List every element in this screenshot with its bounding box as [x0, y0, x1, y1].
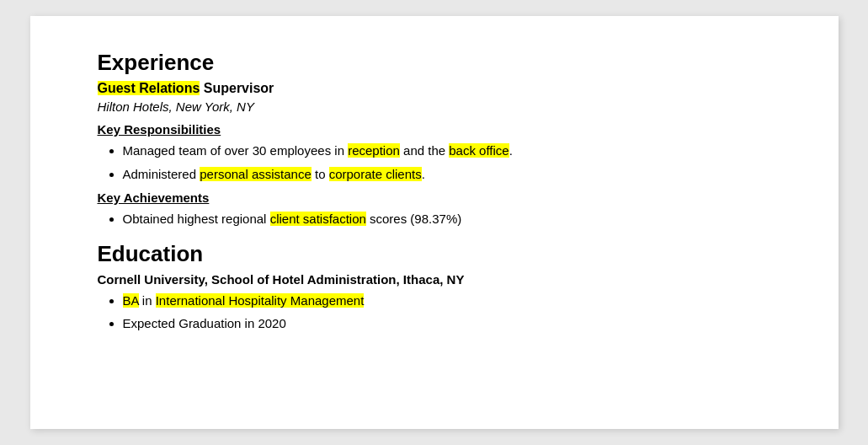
achievements-list: Obtained highest regional client satisfa…	[123, 210, 796, 229]
university-line: Cornell University, School of Hotel Admi…	[98, 272, 796, 287]
ach1-before: Obtained highest regional	[123, 212, 270, 226]
ach1-after: scores (98.37%)	[366, 212, 461, 226]
education-item-2: Expected Graduation in 2020	[123, 314, 796, 334]
resp2-after: .	[422, 167, 425, 181]
responsibility-1: Managed team of over 30 employees in rec…	[123, 142, 796, 161]
company-line: Hilton Hotels, New York, NY	[98, 99, 796, 114]
experience-section: Experience Guest Relations Supervisor Hi…	[98, 50, 796, 229]
achievement-1: Obtained highest regional client satisfa…	[123, 210, 796, 229]
job-title-highlight: Guest Relations	[98, 81, 200, 95]
resp1-after: .	[509, 143, 513, 158]
education-title: Education	[98, 241, 796, 267]
education-section: Education Cornell University, School of …	[98, 241, 796, 334]
resp2-highlight1: personal assistance	[200, 167, 312, 181]
resp2-highlight2: corporate clients	[329, 167, 422, 181]
job-title-rest: Supervisor	[200, 81, 274, 95]
resp1-before: Managed team of over 30 employees in	[123, 143, 349, 158]
education-list: BA in International Hospitality Manageme…	[123, 292, 796, 334]
experience-title: Experience	[98, 50, 796, 76]
key-achievements-label: Key Achievements	[98, 190, 796, 205]
edu-in: in	[139, 293, 156, 308]
resp1-middle: and the	[400, 143, 449, 158]
edu-graduation: Expected Graduation in 2020	[123, 316, 286, 330]
edu-highlight-major: International Hospitality Management	[156, 293, 365, 308]
responsibility-2: Administered personal assistance to corp…	[123, 165, 796, 185]
resp1-highlight2: back office	[449, 143, 509, 158]
resp2-middle: to	[312, 167, 329, 181]
document-card: Experience Guest Relations Supervisor Hi…	[30, 16, 839, 429]
edu-highlight-ba: BA	[123, 293, 139, 308]
education-item-1: BA in International Hospitality Manageme…	[123, 292, 796, 311]
resp2-before: Administered	[123, 167, 200, 181]
ach1-highlight: client satisfaction	[270, 212, 366, 226]
job-title-line: Guest Relations Supervisor	[98, 81, 796, 96]
resp1-highlight1: reception	[348, 143, 400, 158]
key-responsibilities-label: Key Responsibilities	[98, 122, 796, 137]
responsibilities-list: Managed team of over 30 employees in rec…	[123, 142, 796, 184]
